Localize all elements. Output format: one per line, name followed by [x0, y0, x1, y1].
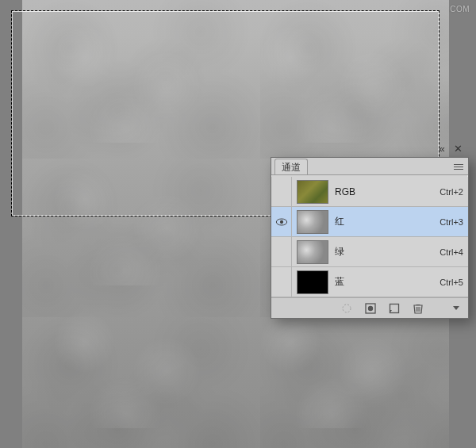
visibility-toggle[interactable] [271, 237, 292, 266]
collapse-left-icon[interactable]: « [436, 145, 447, 155]
channel-row-rgb[interactable]: RGB Ctrl+2 [271, 177, 468, 207]
app-stage: 思缘设计论坛 WWW.MISSYUAN.COM « ✕ 通道 [0, 0, 476, 448]
channel-shortcut: Ctrl+3 [424, 217, 463, 227]
tab-label: 通道 [282, 162, 301, 173]
channel-thumbnail [297, 210, 328, 234]
channel-thumbnail [297, 270, 328, 294]
channel-thumbnail [297, 240, 328, 264]
footer-dropdown-icon[interactable] [449, 301, 463, 316]
channel-shortcut: Ctrl+4 [424, 247, 463, 257]
footer-spacer [435, 301, 440, 316]
load-selection-icon[interactable] [340, 301, 354, 316]
channel-row-blue[interactable]: 蓝 Ctrl+5 [271, 267, 468, 297]
close-panel-icon[interactable]: ✕ [452, 145, 463, 155]
svg-point-3 [279, 220, 282, 223]
svg-rect-11 [390, 304, 399, 312]
svg-point-10 [368, 305, 373, 310]
channel-label: RGB [333, 186, 424, 197]
channel-label: 红 [333, 215, 424, 228]
panel-tabbar: 通道 [271, 158, 468, 175]
panel-menu-icon[interactable] [452, 161, 465, 172]
channel-label: 绿 [333, 245, 424, 258]
visibility-toggle[interactable] [271, 267, 292, 297]
channels-panel: « ✕ 通道 RGB Ctrl+2 [271, 157, 469, 319]
visibility-toggle[interactable] [271, 207, 292, 236]
channel-label: 蓝 [333, 275, 424, 289]
delete-channel-icon[interactable] [411, 301, 425, 316]
channel-shortcut: Ctrl+2 [424, 187, 463, 197]
eye-icon [275, 217, 288, 227]
visibility-toggle[interactable] [271, 177, 292, 206]
panel-window-controls: « ✕ [436, 144, 463, 156]
new-channel-icon[interactable] [387, 301, 401, 316]
panel-footer [271, 297, 468, 318]
channel-row-green[interactable]: 绿 Ctrl+4 [271, 237, 468, 267]
channel-thumbnail [297, 180, 328, 204]
channel-row-red[interactable]: 红 Ctrl+3 [271, 207, 468, 237]
svg-point-8 [343, 304, 351, 312]
tab-channels[interactable]: 通道 [274, 159, 308, 174]
channel-list: RGB Ctrl+2 红 Ctrl+3 [271, 175, 468, 297]
save-selection-icon[interactable] [363, 301, 378, 316]
channel-shortcut: Ctrl+5 [424, 278, 463, 287]
